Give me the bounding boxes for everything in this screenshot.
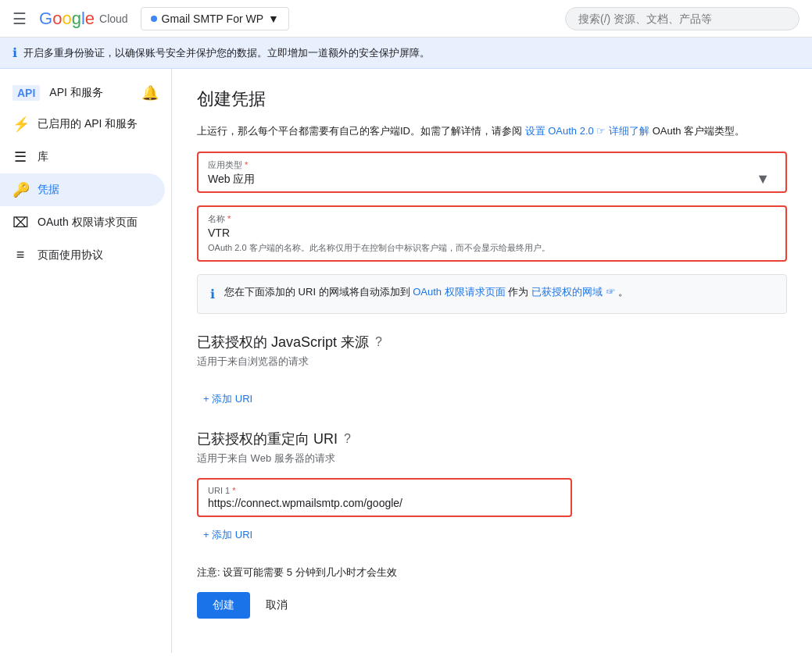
app-type-select-wrapper: Web 应用 Android iOS 桌面应用 其他 ▼ (208, 173, 776, 185)
js-origins-section: 已获授权的 JavaScript 来源 ? 适用于来自浏览器的请求 + 添加 U… (197, 333, 787, 411)
app-type-label: 应用类型 * (208, 159, 776, 171)
name-input[interactable] (208, 227, 776, 239)
google-cloud-logo[interactable]: Google Cloud (39, 9, 128, 29)
oauth-page-link[interactable]: OAuth 权限请求页面 (413, 286, 505, 298)
name-label: 名称 * (208, 213, 776, 225)
info-box-text: 您在下面添加的 URI 的网域将自动添加到 OAuth 权限请求页面 作为 已获… (224, 284, 628, 300)
uri1-field-wrapper: URI 1 * (197, 478, 572, 517)
project-label: Gmail SMTP For WP (162, 12, 263, 25)
action-buttons: 创建 取消 (197, 592, 787, 619)
sidebar-item-label-credentials: 凭据 (38, 183, 59, 197)
redirect-help-icon[interactable]: ? (344, 432, 351, 446)
sidebar-item-oauth[interactable]: ⌧ OAuth 权限请求页面 (0, 206, 165, 239)
sidebar-header: API API 和服务 🔔 (0, 75, 171, 108)
redirect-section-title: 已获授权的重定向 URI ? (197, 430, 787, 448)
sidebar-api-badge: API (13, 85, 40, 101)
uri1-input[interactable] (208, 497, 561, 509)
search-input[interactable] (578, 12, 786, 25)
oauth-icon: ⌧ (13, 214, 28, 231)
redirect-add-uri-button[interactable]: + 添加 URI (197, 523, 259, 547)
uri1-label: URI 1 * (208, 486, 561, 495)
note-text: 注意: 设置可能需要 5 分钟到几小时才会生效 (197, 565, 787, 580)
authorized-domains-link[interactable]: 已获授权的网域 ☞ (531, 286, 616, 298)
enabled-icon: ⚡ (13, 116, 28, 133)
sidebar: API API 和服务 🔔 ⚡ 已启用的 API 和服务 ☰ 库 🔑 凭据 ⌧ … (0, 69, 172, 653)
google-wordmark: Google (39, 9, 95, 29)
credentials-icon: 🔑 (13, 181, 28, 198)
name-group: 名称 * OAuth 2.0 客户端的名称。此名称仅用于在控制台中标识客户端，而… (197, 205, 787, 262)
name-hint: OAuth 2.0 客户端的名称。此名称仅用于在控制台中标识客户端，而不会显示给… (208, 242, 776, 254)
oauth-learn-link[interactable]: 详细了解 (609, 125, 649, 137)
redirect-section: 已获授权的重定向 URI ? 适用于来自 Web 服务器的请求 URI 1 * … (197, 430, 787, 547)
sidebar-item-library[interactable]: ☰ 库 (0, 141, 165, 173)
info-box-icon: ℹ (210, 285, 215, 304)
app-type-select[interactable]: Web 应用 Android iOS 桌面应用 其他 (208, 173, 776, 185)
sidebar-item-label-enabled: 已启用的 API 和服务 (38, 117, 138, 131)
banner-text: 开启多重身份验证，以确保账号安全并保护您的数据。立即增加一道额外的安全保护屏障。 (23, 46, 430, 60)
menu-icon[interactable]: ☰ (13, 9, 27, 28)
sidebar-item-credentials[interactable]: 🔑 凭据 (0, 173, 165, 206)
name-field-wrapper: 名称 * OAuth 2.0 客户端的名称。此名称仅用于在控制台中标识客户端，而… (197, 205, 787, 262)
project-chevron-icon: ▼ (268, 12, 279, 25)
project-selector[interactable]: Gmail SMTP For WP ▼ (141, 7, 289, 30)
sidebar-item-label-library: 库 (38, 150, 48, 164)
sidebar-item-label-agreement: 页面使用协议 (38, 248, 103, 262)
cloud-text: Cloud (99, 12, 128, 25)
sidebar-item-agreement[interactable]: ≡ 页面使用协议 (0, 239, 165, 271)
search-bar[interactable] (565, 7, 799, 30)
project-dot (151, 16, 157, 22)
info-box: ℹ 您在下面添加的 URI 的网域将自动添加到 OAuth 权限请求页面 作为 … (197, 274, 787, 314)
topbar: ☰ Google Cloud Gmail SMTP For WP ▼ (0, 0, 812, 37)
app-type-field-wrapper: 应用类型 * Web 应用 Android iOS 桌面应用 其他 ▼ (197, 152, 787, 193)
sidebar-header-label: API 和服务 (49, 86, 102, 100)
info-banner: ℹ 开启多重身份验证，以确保账号安全并保护您的数据。立即增加一道额外的安全保护屏… (0, 37, 812, 69)
sidebar-item-enabled[interactable]: ⚡ 已启用的 API 和服务 (0, 108, 165, 141)
cancel-button[interactable]: 取消 (263, 592, 291, 619)
create-button[interactable]: 创建 (197, 592, 250, 619)
library-icon: ☰ (13, 148, 28, 166)
agreement-icon: ≡ (13, 247, 28, 263)
js-section-subtitle: 适用于来自浏览器的请求 (197, 355, 787, 369)
banner-info-icon: ℹ (13, 45, 17, 60)
layout: API API 和服务 🔔 ⚡ 已启用的 API 和服务 ☰ 库 🔑 凭据 ⌧ … (0, 69, 812, 653)
js-section-title: 已获授权的 JavaScript 来源 ? (197, 333, 787, 351)
intro-text: 上运行，那么每个平台都需要有自己的客户端ID。如需了解详情，请参阅 设置 OAu… (197, 123, 787, 139)
app-type-group: 应用类型 * Web 应用 Android iOS 桌面应用 其他 ▼ (197, 152, 787, 193)
oauth-setup-link[interactable]: 设置 OAuth 2.0 ☞ (525, 125, 606, 137)
main-content: 创建凭据 上运行，那么每个平台都需要有自己的客户端ID。如需了解详情，请参阅 设… (172, 69, 812, 653)
js-add-uri-button[interactable]: + 添加 URI (197, 387, 259, 411)
sidebar-item-label-oauth: OAuth 权限请求页面 (38, 216, 138, 230)
redirect-section-subtitle: 适用于来自 Web 服务器的请求 (197, 451, 787, 466)
js-help-icon[interactable]: ? (375, 335, 382, 349)
page-title: 创建凭据 (197, 87, 787, 111)
sidebar-bell-icon[interactable]: 🔔 (141, 84, 159, 102)
